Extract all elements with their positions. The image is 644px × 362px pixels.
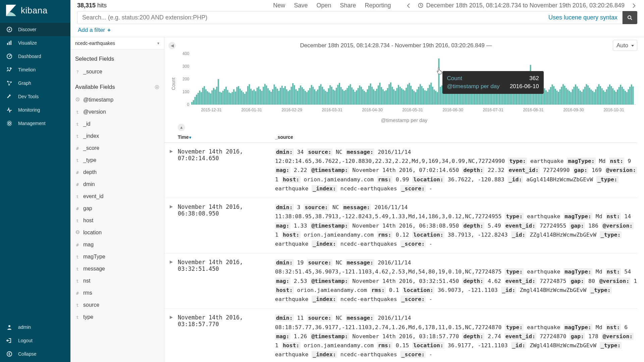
searchbar[interactable]: Uses lucene query syntax (77, 11, 623, 24)
field-name: depth (83, 169, 97, 175)
col-source[interactable]: _source (275, 134, 637, 140)
hits-count: 38,315 (77, 2, 96, 9)
field-item-rms[interactable]: #rms (70, 287, 164, 299)
field-type-icon: # (75, 242, 80, 247)
field-item-score[interactable]: #_score (70, 142, 164, 154)
top-link-share[interactable]: Share (338, 1, 357, 9)
gear-icon[interactable] (155, 85, 159, 89)
svg-rect-177 (426, 91, 427, 105)
field-item-type[interactable]: ttype (70, 311, 164, 323)
svg-rect-42 (216, 87, 217, 105)
row-timestamp: November 14th 2016, 06:38:08.950 (178, 203, 275, 248)
svg-rect-233 (513, 92, 514, 105)
sidebar-item-dashboard[interactable]: Dashboard (0, 50, 70, 63)
svg-rect-255 (547, 92, 548, 105)
sidebar-item-collapse[interactable]: Collapse (0, 347, 70, 361)
histogram-chart[interactable]: 01002003004002015-12-312016-01-312016-02… (178, 51, 636, 115)
svg-rect-111 (323, 89, 325, 105)
expand-row-icon[interactable]: ▶ (164, 203, 178, 248)
top-link-new[interactable]: New (272, 1, 286, 9)
svg-rect-125 (345, 90, 346, 105)
sidebar-item-dev-tools[interactable]: Dev Tools (0, 90, 70, 103)
svg-rect-310 (632, 86, 634, 105)
svg-rect-65 (252, 90, 253, 105)
index-pattern-select[interactable]: ncedc-earthquakes ▾ (70, 37, 164, 50)
svg-rect-31 (199, 90, 200, 105)
time-range[interactable]: December 18th 2015, 08:14:28.734 to Nove… (418, 2, 625, 9)
field-item-type[interactable]: t_type (70, 154, 164, 166)
sidebar-item-admin[interactable]: admin (0, 320, 70, 334)
caret-down-icon: ▾ (157, 41, 159, 46)
top-link-reporting[interactable]: Reporting (364, 1, 392, 9)
field-item-timestamp[interactable]: @timestamp (70, 94, 164, 106)
field-item-index[interactable]: t_index (70, 130, 164, 142)
lucene-hint[interactable]: Uses lucene query syntax (548, 14, 618, 21)
collapse-left-icon[interactable]: ◀ (168, 42, 176, 49)
svg-rect-307 (628, 89, 629, 105)
field-item-eventid[interactable]: tevent_id (70, 190, 164, 202)
interval-select[interactable]: Auto (613, 40, 637, 51)
yaxis-label: Count (171, 77, 176, 90)
monitoring-icon (6, 107, 13, 113)
time-next-icon[interactable] (631, 3, 637, 9)
svg-rect-305 (625, 91, 626, 105)
svg-rect-91 (292, 83, 293, 105)
sidebar-item-discover[interactable]: Discover (0, 23, 70, 36)
field-item-source[interactable]: tsource (70, 299, 164, 311)
dashboard-icon (6, 53, 13, 59)
collapse-up-icon[interactable]: ▲ (178, 124, 185, 131)
svg-rect-290 (601, 88, 603, 105)
search-button[interactable] (623, 11, 637, 24)
search-input[interactable] (82, 14, 404, 21)
field-item-gap[interactable]: #gap (70, 202, 164, 215)
svg-rect-180 (430, 83, 432, 105)
svg-rect-59 (243, 92, 244, 105)
svg-rect-72 (263, 87, 264, 105)
field-item-magType[interactable]: tmagType (70, 251, 164, 263)
field-type-icon: t (75, 110, 80, 115)
svg-rect-53 (233, 89, 234, 105)
svg-point-15 (628, 16, 631, 19)
chart-caption: December 18th 2015, 08:14:28.734 - Novem… (182, 42, 609, 49)
field-name: dmin (83, 181, 95, 187)
sidebar-item-management[interactable]: Management (0, 117, 70, 130)
logo-row[interactable]: kibana (0, 0, 70, 23)
sidebar-item-timelion[interactable]: Timelion (0, 63, 70, 76)
field-item-version[interactable]: t@version (70, 106, 164, 118)
svg-rect-266 (564, 86, 566, 105)
sidebar-item-label: Management (18, 121, 46, 126)
top-link-open[interactable]: Open (315, 1, 332, 9)
svg-text:2016-01-31: 2016-01-31 (241, 108, 262, 112)
field-item-location[interactable]: location (70, 227, 164, 239)
svg-point-7 (10, 67, 11, 69)
field-item-depth[interactable]: #depth (70, 166, 164, 178)
sidebar-item-graph[interactable]: Graph (0, 76, 70, 90)
field-item-message[interactable]: tmessage (70, 263, 164, 275)
svg-rect-146 (378, 85, 379, 105)
field-item-id[interactable]: t_id (70, 118, 164, 130)
expand-row-icon[interactable]: ▶ (164, 147, 178, 193)
sidebar-item-monitoring[interactable]: Monitoring (0, 103, 70, 117)
svg-rect-301 (619, 87, 620, 105)
svg-rect-120 (337, 85, 338, 105)
sidebar-item-visualize[interactable]: Visualize (0, 36, 70, 50)
expand-row-icon[interactable]: ▶ (164, 258, 178, 304)
svg-rect-293 (606, 89, 607, 105)
svg-rect-81 (277, 89, 278, 105)
field-item-source[interactable]: ?_source (70, 66, 164, 78)
expand-row-icon[interactable]: ▶ (164, 313, 178, 359)
svg-rect-294 (607, 87, 609, 105)
svg-rect-269 (569, 91, 570, 105)
field-item-mag[interactable]: #mag (70, 239, 164, 251)
field-item-dmin[interactable]: #dmin (70, 178, 164, 190)
field-item-host[interactable]: thost (70, 215, 164, 227)
field-item-nst[interactable]: tnst (70, 275, 164, 287)
sidebar-item-logout[interactable]: Logout (0, 334, 70, 347)
svg-rect-26 (191, 102, 193, 105)
add-filter[interactable]: Add a filter + (78, 27, 111, 33)
svg-rect-51 (230, 93, 231, 105)
management-icon (6, 120, 13, 126)
time-prev-icon[interactable] (405, 3, 411, 9)
top-link-save[interactable]: Save (292, 1, 309, 9)
col-time[interactable]: Time▾ (178, 134, 275, 140)
